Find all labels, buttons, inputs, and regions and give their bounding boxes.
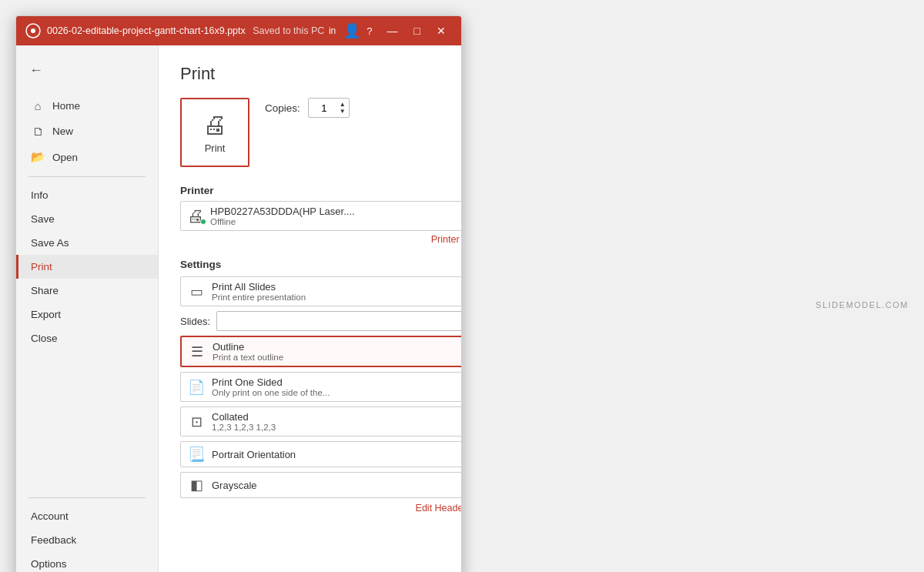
title-bar-filename: 0026-02-editable-project-gantt-chart-16x… (47, 25, 329, 36)
printer-dropdown[interactable]: 🖨 HPB0227A53DDDA(HP Laser.... Offline ▼ (180, 201, 461, 231)
profile-icon[interactable]: 👤 (343, 22, 360, 39)
sidebar-share-label: Share (31, 285, 59, 296)
dropdown5-text: Portrait Orientation (212, 449, 461, 460)
slidemodel-credit: SLIDEMODEL.COM (462, 300, 909, 309)
collated-dropdown[interactable]: ⊡ Collated 1,2,3 1,2,3 1,2,3 ▼ (180, 406, 461, 437)
print-all-slides-dropdown[interactable]: ▭ Print All Slides Print entire presenta… (180, 276, 461, 306)
sidebar-print-label: Print (31, 261, 52, 273)
sidebar-item-feedback[interactable]: Feedback (16, 528, 158, 552)
print-area: Print 🖨 Print Copies: ▲ (159, 45, 461, 572)
sidebar-account-label: Account (31, 510, 69, 522)
user-initial[interactable]: in (329, 25, 336, 36)
slides-row: Slides: ℹ (180, 311, 461, 331)
printer-properties-link[interactable]: Printer Properties (180, 234, 461, 245)
sidebar-open-label: Open (52, 152, 78, 163)
back-button[interactable]: ← (22, 56, 50, 84)
sidebar-item-print[interactable]: Print (16, 255, 158, 279)
sidebar-item-close[interactable]: Close (16, 326, 158, 350)
sidebar-save-label: Save (31, 213, 55, 225)
sidebar-item-info[interactable]: Info (16, 183, 158, 207)
dropdown1-text: Print All Slides Print entire presentati… (212, 281, 461, 302)
sidebar-item-export[interactable]: Export (16, 303, 158, 326)
printer-section-label: Printer (180, 185, 214, 196)
collated-icon: ⊡ (187, 413, 206, 430)
dropdown4-name: Collated (212, 411, 461, 423)
outline-icon: ☰ (188, 343, 206, 360)
printer-section: Printer ℹ 🖨 HPB0227A53DDDA(HP Laser.... … (180, 184, 461, 245)
copies-section: Copies: ▲ ▼ (265, 98, 350, 118)
dropdown2-text: Outline Print a text outline (213, 341, 461, 362)
close-button[interactable]: ✕ (430, 20, 452, 42)
sidebar-new-label: New (52, 125, 73, 137)
sidebar-divider (28, 176, 146, 177)
print-button[interactable]: 🖨 Print (180, 98, 249, 167)
dropdown6-name: Grayscale (212, 480, 461, 491)
application-window: 0026-02-editable-project-gantt-chart-16x… (15, 15, 462, 572)
sidebar-export-label: Export (31, 309, 61, 320)
app-icon (25, 23, 41, 38)
printer-status: Offline (210, 217, 461, 226)
one-sided-dropdown[interactable]: 📄 Print One Sided Only print on one side… (180, 372, 461, 402)
orientation-dropdown[interactable]: 📃 Portrait Orientation ▼ (180, 441, 461, 467)
dropdown4-text: Collated 1,2,3 1,2,3 1,2,3 (212, 411, 461, 432)
sidebar-item-options[interactable]: Options (16, 552, 158, 572)
print-button-label: Print (205, 142, 226, 154)
dropdown2-desc: Print a text outline (213, 353, 461, 362)
print-icon: 🖨 (203, 111, 227, 139)
sidebar-close-label: Close (31, 333, 58, 344)
sidebar-info-label: Info (31, 189, 49, 201)
help-button[interactable]: ? (367, 25, 372, 37)
slides-input[interactable] (216, 311, 461, 331)
sidebar-item-new[interactable]: 🗋 New (16, 119, 158, 144)
sidebar: ← ⌂ Home 🗋 New 📂 Open Info Save Save As (16, 45, 159, 572)
dropdown1-desc: Print entire presentation (212, 293, 461, 302)
sidebar-feedback-label: Feedback (31, 534, 76, 546)
dropdown5-name: Portrait Orientation (212, 449, 461, 460)
sidebar-item-saveas[interactable]: Save As (16, 231, 158, 255)
settings-section-label: Settings (180, 259, 461, 270)
sidebar-item-account[interactable]: Account (16, 504, 158, 528)
content-area: Print 🖨 Print Copies: ▲ (159, 45, 461, 572)
dropdown3-text: Print One Sided Only print on one side o… (212, 376, 461, 397)
title-bar: 0026-02-editable-project-gantt-chart-16x… (16, 16, 461, 45)
slides-layout-icon: ▭ (187, 283, 206, 300)
svg-point-1 (31, 28, 35, 33)
outline-dropdown[interactable]: ☰ Outline Print a text outline ▼ (180, 336, 461, 367)
copies-down-arrow[interactable]: ▼ (340, 109, 346, 115)
print-settings-panel: Print 🖨 Print Copies: ▲ (159, 45, 461, 572)
copies-input[interactable] (312, 102, 336, 114)
printer-info: HPB0227A53DDDA(HP Laser.... Offline (210, 206, 461, 226)
dropdown1-name: Print All Slides (212, 281, 461, 293)
dropdown2-name: Outline (213, 341, 461, 353)
slides-label: Slides: (180, 316, 210, 327)
print-title: Print (180, 64, 461, 84)
copies-up-arrow[interactable]: ▲ (340, 102, 346, 108)
dropdown3-desc: Only print on one side of the... (212, 388, 461, 397)
edit-header-footer-link[interactable]: Edit Header & Footer (180, 503, 461, 513)
new-icon: 🗋 (31, 125, 45, 138)
minimize-button[interactable]: — (381, 20, 403, 42)
printer-name: HPB0227A53DDDA(HP Laser.... (210, 206, 461, 217)
dropdown3-name: Print One Sided (212, 376, 461, 388)
sidebar-saveas-label: Save As (31, 237, 69, 249)
dropdown4-desc: 1,2,3 1,2,3 1,2,3 (212, 423, 461, 432)
sidebar-options-label: Options (31, 558, 67, 570)
title-bar-actions: in 👤 ? — □ ✕ (329, 20, 453, 42)
print-button-section: 🖨 Print Copies: ▲ ▼ (180, 98, 461, 167)
copies-label: Copies: (265, 102, 300, 114)
printer-status-dot (200, 219, 206, 225)
sidebar-item-home[interactable]: ⌂ Home (16, 93, 158, 119)
sidebar-item-save[interactable]: Save (16, 207, 158, 231)
open-icon: 📂 (31, 150, 45, 164)
orientation-icon: 📃 (187, 446, 206, 463)
home-icon: ⌂ (31, 99, 45, 112)
color-icon: ◧ (187, 477, 206, 493)
sidebar-item-open[interactable]: 📂 Open (16, 144, 158, 170)
printer-header-row: Printer ℹ (180, 184, 461, 196)
sidebar-bottom-divider (28, 497, 146, 498)
sidebar-item-share[interactable]: Share (16, 279, 158, 303)
color-dropdown[interactable]: ◧ Grayscale ▼ (180, 472, 461, 498)
maximize-button[interactable]: □ (406, 20, 427, 42)
dropdown6-text: Grayscale (212, 480, 461, 491)
settings-section: Settings ▭ Print All Slides Print entire… (180, 259, 461, 513)
